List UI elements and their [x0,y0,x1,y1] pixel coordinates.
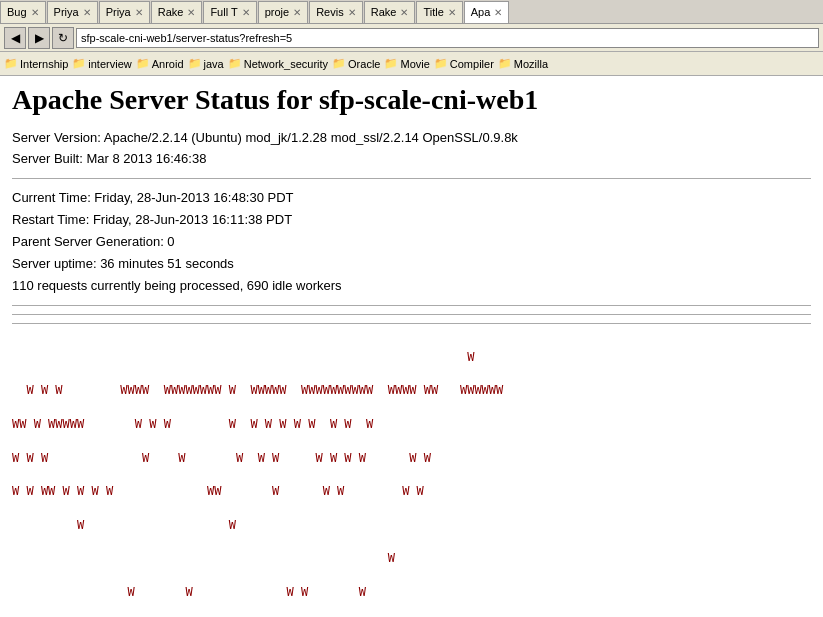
bookmark-label: Internship [20,58,68,70]
worker-line5: W W WW W W W W WW W W W W W [12,483,811,500]
forward-button[interactable]: ▶ [28,27,50,49]
parent-gen: Parent Server Generation: 0 [12,231,811,253]
tab-label: Revis [316,6,344,18]
tab-close-proje[interactable]: ✕ [293,7,301,18]
tab-revis[interactable]: Revis ✕ [309,1,363,23]
divider-2 [12,305,811,306]
page-content: Apache Server Status for sfp-scale-cni-w… [0,76,823,617]
uptime: Server uptime: 36 minutes 51 seconds [12,253,811,275]
worker-map: W W W W WWWW WWWWWWWW W WWWWW WWWWWWWWWW… [12,332,811,617]
worker-line2: W W W WWWW WWWWWWWW W WWWWW WWWWWWWWWW W… [12,382,811,399]
tab-bug[interactable]: Bug ✕ [0,1,46,23]
tab-close-bug[interactable]: ✕ [31,7,39,18]
tab-label: Bug [7,6,27,18]
tab-priya1[interactable]: Priya ✕ [47,1,98,23]
page-title: Apache Server Status for sfp-scale-cni-w… [12,84,811,116]
requests-count: 110 requests currently being processed, … [12,275,811,297]
tab-proje[interactable]: proje ✕ [258,1,308,23]
restart-time: Restart Time: Friday, 28-Jun-2013 16:11:… [12,209,811,231]
tab-close-apa[interactable]: ✕ [494,7,502,18]
nav-bar: ◀ ▶ ↻ [0,24,823,52]
tab-bar: Bug ✕ Priya ✕ Priya ✕ Rake ✕ Full T ✕ pr… [0,0,823,24]
tab-label: Rake [158,6,184,18]
bookmark-label: Movie [400,58,429,70]
worker-line4: W W W W W W W W W W W W W W [12,450,811,467]
folder-icon: 📁 [228,57,242,70]
divider-4 [12,323,811,324]
tab-label: Priya [106,6,131,18]
tab-label: Priya [54,6,79,18]
tab-priya2[interactable]: Priya ✕ [99,1,150,23]
bookmark-compiler[interactable]: 📁 Compiler [434,57,494,70]
tab-rake1[interactable]: Rake ✕ [151,1,203,23]
tab-close-priya1[interactable]: ✕ [83,7,91,18]
bookmark-mozilla[interactable]: 📁 Mozilla [498,57,548,70]
folder-icon: 📁 [498,57,512,70]
worker-line1: W [12,349,811,366]
tab-close-title[interactable]: ✕ [448,7,456,18]
folder-icon: 📁 [136,57,150,70]
tab-label: Rake [371,6,397,18]
server-built: Server Built: Mar 8 2013 16:46:38 [12,149,811,170]
tab-fullt[interactable]: Full T ✕ [203,1,256,23]
server-version: Server Version: Apache/2.2.14 (Ubuntu) m… [12,128,811,149]
bookmark-anroid[interactable]: 📁 Anroid [136,57,184,70]
tab-label: Apa [471,6,491,18]
tab-label: proje [265,6,289,18]
tab-close-priya2[interactable]: ✕ [135,7,143,18]
tab-label: Full T [210,6,237,18]
bookmark-label: Mozilla [514,58,548,70]
tab-close-fullt[interactable]: ✕ [242,7,250,18]
worker-line6: W W [12,517,811,534]
bookmark-label: Compiler [450,58,494,70]
tab-close-rake1[interactable]: ✕ [187,7,195,18]
bookmark-oracle[interactable]: 📁 Oracle [332,57,380,70]
bookmark-label: Anroid [152,58,184,70]
worker-line3: WW W WWWWW W W W W W W W W W W W W [12,416,811,433]
back-button[interactable]: ◀ [4,27,26,49]
divider-3 [12,314,811,315]
bookmark-interview[interactable]: 📁 interview [72,57,131,70]
bookmark-java[interactable]: 📁 java [188,57,224,70]
folder-icon: 📁 [4,57,18,70]
url-bar[interactable] [76,28,819,48]
bookmark-label: Network_security [244,58,328,70]
bookmark-movie[interactable]: 📁 Movie [384,57,429,70]
worker-line7: W [12,550,811,567]
bookmark-label: java [204,58,224,70]
bookmark-label: interview [88,58,131,70]
folder-icon: 📁 [72,57,86,70]
tab-title[interactable]: Title ✕ [416,1,462,23]
folder-icon: 📁 [434,57,448,70]
folder-icon: 📁 [384,57,398,70]
folder-icon: 📁 [332,57,346,70]
bookmark-label: Oracle [348,58,380,70]
bookmark-network-security[interactable]: 📁 Network_security [228,57,328,70]
current-time: Current Time: Friday, 28-Jun-2013 16:48:… [12,187,811,209]
bookmarks-bar: 📁 Internship 📁 interview 📁 Anroid 📁 java… [0,52,823,76]
tab-label: Title [423,6,443,18]
reload-button[interactable]: ↻ [52,27,74,49]
folder-icon: 📁 [188,57,202,70]
tab-close-revis[interactable]: ✕ [348,7,356,18]
divider-1 [12,178,811,179]
tab-apa[interactable]: Apa ✕ [464,1,510,23]
status-info: Current Time: Friday, 28-Jun-2013 16:48:… [12,187,811,297]
tab-close-rake2[interactable]: ✕ [400,7,408,18]
tab-rake2[interactable]: Rake ✕ [364,1,416,23]
worker-line8: W W W W W [12,584,811,601]
bookmark-internship[interactable]: 📁 Internship [4,57,68,70]
server-info: Server Version: Apache/2.2.14 (Ubuntu) m… [12,128,811,170]
